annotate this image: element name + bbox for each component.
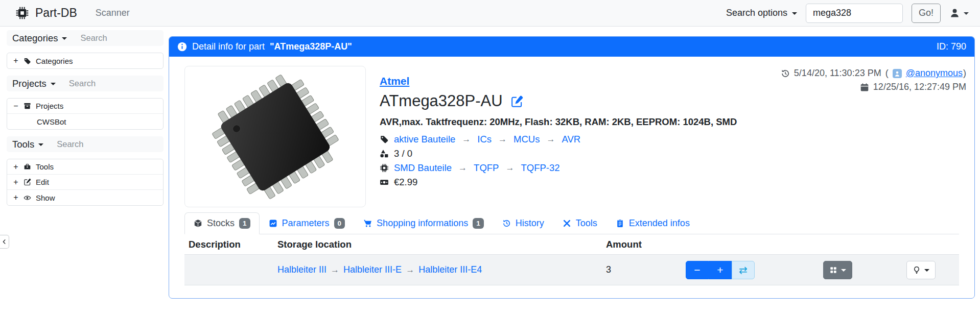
info-circle-icon bbox=[177, 42, 187, 52]
chevron-down-icon bbox=[51, 83, 56, 85]
part-detail-card: Detail info for part "ATmega328P-AU" ID:… bbox=[169, 36, 975, 299]
stock-summary-line: 3 / 0 bbox=[380, 147, 737, 161]
category-link[interactable]: aktive Bauteile bbox=[394, 134, 455, 145]
tab-tools[interactable]: Tools bbox=[553, 212, 606, 234]
tree-item-categories[interactable]: + Categories bbox=[7, 53, 163, 68]
tools-panel-header[interactable]: Tools bbox=[7, 136, 164, 152]
expand-toggle[interactable]: + bbox=[13, 56, 19, 65]
category-link[interactable]: ICs bbox=[477, 134, 492, 145]
paren-close: ) bbox=[963, 68, 966, 79]
sidebar-collapse-button[interactable] bbox=[0, 235, 9, 249]
user-icon bbox=[949, 8, 960, 18]
chevron-down-icon bbox=[62, 37, 67, 40]
navbar-right: Search options Go! bbox=[726, 4, 969, 23]
storage-location-link[interactable]: Halbleiter III bbox=[277, 264, 326, 275]
tree-item-label: Edit bbox=[36, 178, 49, 186]
part-detail-header: Detail info for part "ATmega328P-AU" ID:… bbox=[169, 37, 974, 57]
projects-search-input[interactable] bbox=[69, 79, 158, 88]
tag-icon bbox=[380, 135, 389, 144]
categories-panel-header[interactable]: Categories bbox=[7, 30, 164, 46]
withdraw-stock-button[interactable]: − bbox=[686, 261, 709, 279]
nav-item-scanner[interactable]: Scanner bbox=[96, 8, 130, 18]
tab-badge: 1 bbox=[473, 218, 484, 229]
part-price: €2.99 bbox=[394, 177, 417, 188]
footprint-link[interactable]: TQFP bbox=[474, 162, 499, 174]
expand-toggle[interactable]: + bbox=[13, 178, 19, 187]
search-input[interactable] bbox=[806, 4, 903, 23]
categories-panel-title: Categories bbox=[12, 33, 58, 44]
edit-part-icon[interactable] bbox=[510, 95, 523, 108]
led-locator-dropdown[interactable] bbox=[906, 261, 936, 279]
cpu-logo-icon bbox=[15, 6, 29, 20]
stock-row: Halbleiter III → Halbleiter III-E → Halb… bbox=[184, 255, 959, 285]
shapes-icon bbox=[380, 149, 389, 158]
search-options-dropdown[interactable]: Search options bbox=[726, 8, 797, 18]
app-brand[interactable]: Part-DB bbox=[15, 6, 77, 20]
stock-amount: 3 bbox=[602, 264, 682, 275]
storage-location-link[interactable]: Halbleiter III-E4 bbox=[418, 264, 482, 275]
breadcrumb-arrow: → bbox=[460, 134, 472, 144]
tab-parameters[interactable]: Parameters 0 bbox=[260, 212, 355, 234]
collapse-toggle[interactable]: − bbox=[13, 102, 19, 111]
col-description: Description bbox=[184, 239, 273, 250]
footprint-link[interactable]: TQFP-32 bbox=[521, 162, 559, 174]
move-stock-button[interactable]: ⇄ bbox=[732, 261, 755, 279]
expand-toggle[interactable]: + bbox=[13, 193, 19, 202]
breadcrumb-arrow: → bbox=[329, 265, 341, 275]
tab-extended-infos[interactable]: Extended infos bbox=[606, 212, 699, 234]
storage-location-breadcrumb: Halbleiter III → Halbleiter III-E → Halb… bbox=[273, 264, 602, 275]
part-name: ATmega328P-AU bbox=[380, 92, 503, 110]
tree-item-edit[interactable]: + Edit bbox=[7, 175, 163, 190]
stock-summary: 3 / 0 bbox=[394, 148, 412, 159]
tree-item-projects[interactable]: − Projects bbox=[7, 99, 163, 114]
part-timestamps: 5/14/20, 11:30:23 PM ( @anonymous ) 12/2… bbox=[781, 68, 966, 92]
chevron-down-icon bbox=[38, 143, 43, 146]
tab-stocks[interactable]: Stocks 1 bbox=[184, 212, 260, 234]
tab-shopping-informations[interactable]: Shopping informations 1 bbox=[354, 212, 493, 234]
footprint-link[interactable]: SMD Bauteile bbox=[394, 162, 452, 174]
col-storage-location: Storage location bbox=[273, 239, 602, 250]
part-id-badge: ID: 790 bbox=[937, 41, 966, 52]
stock-table: Description Storage location Amount Halb… bbox=[184, 234, 959, 285]
part-image[interactable] bbox=[184, 66, 366, 207]
tools-tree: + Tools + Edit + Show bbox=[7, 159, 164, 206]
sidebar-panel-categories: Categories + Categories bbox=[7, 30, 164, 69]
categories-search-input[interactable] bbox=[80, 33, 158, 43]
manufacturer-link[interactable]: Atmel bbox=[380, 75, 409, 87]
edit-icon bbox=[24, 178, 31, 186]
tools-search-input[interactable] bbox=[57, 139, 158, 149]
tree-item-show[interactable]: + Show bbox=[7, 190, 163, 205]
label-generator-dropdown[interactable] bbox=[823, 261, 852, 279]
calendar-icon bbox=[860, 83, 869, 92]
category-link[interactable]: MCUs bbox=[514, 134, 540, 145]
grid-icon bbox=[829, 266, 837, 274]
tree-item-tools[interactable]: + Tools bbox=[7, 159, 163, 175]
header-prefix: Detail info for part bbox=[192, 41, 265, 52]
go-button[interactable]: Go! bbox=[912, 4, 941, 23]
projects-panel-header[interactable]: Projects bbox=[7, 76, 164, 91]
tree-item-cwsbot[interactable]: CWSBot bbox=[7, 114, 163, 129]
expand-toggle[interactable]: + bbox=[13, 162, 19, 172]
chevron-down-icon bbox=[924, 269, 929, 272]
categories-tree: + Categories bbox=[7, 53, 164, 69]
part-info: Atmel ATmega328P-AU AVR,max. Taktfrequen… bbox=[380, 75, 737, 189]
add-stock-button[interactable]: + bbox=[709, 261, 732, 279]
category-link[interactable]: AVR bbox=[562, 134, 580, 145]
modified-user-link[interactable]: @anonymous bbox=[906, 68, 963, 79]
search-options-label: Search options bbox=[726, 8, 787, 18]
sidebar-panel-tools: Tools + Tools + Edit + Show bbox=[7, 136, 164, 206]
storage-location-link[interactable]: Halbleiter III-E bbox=[343, 264, 402, 275]
history-icon bbox=[781, 69, 790, 78]
tree-item-label: CWSBot bbox=[37, 117, 66, 126]
tab-label: Tools bbox=[576, 218, 597, 229]
history-icon bbox=[502, 219, 511, 228]
cash-icon bbox=[380, 178, 389, 187]
breadcrumb-arrow: → bbox=[497, 134, 508, 144]
chevron-down-icon bbox=[841, 269, 846, 272]
brand-label: Part-DB bbox=[35, 6, 77, 20]
tab-history[interactable]: History bbox=[493, 212, 553, 234]
created-date: 12/25/16, 12:27:49 PM bbox=[873, 82, 966, 92]
user-menu[interactable] bbox=[949, 8, 969, 18]
last-modified-date: 5/14/20, 11:30:23 PM bbox=[794, 68, 881, 79]
tab-label: History bbox=[516, 218, 544, 229]
